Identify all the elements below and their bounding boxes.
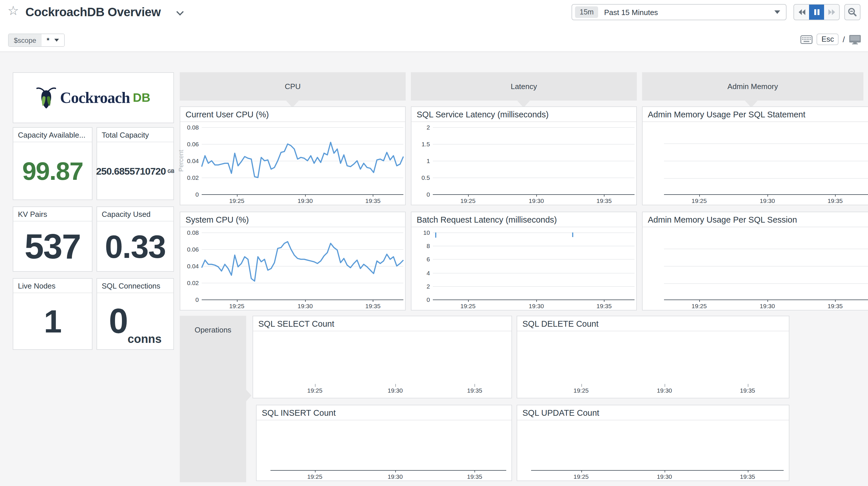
chart-batch-request-latency[interactable]: Batch Request Latency (milliseconds) 108… bbox=[411, 211, 637, 311]
chart-title: Batch Request Latency (milliseconds) bbox=[411, 212, 636, 227]
x-axis-tick-label: 19:30 bbox=[657, 473, 672, 480]
x-axis-tick-mark bbox=[747, 470, 748, 473]
x-axis-line bbox=[531, 470, 784, 471]
y-axis-tick-label: 10 bbox=[423, 229, 430, 236]
group-header-operations[interactable]: Operations bbox=[180, 316, 246, 482]
top-bar: ☆ CockroachDB Overview 15m Past 15 Minut… bbox=[0, 0, 868, 29]
chart-plot-area[interactable]: 19:2519:3019:35 bbox=[664, 232, 868, 299]
fullscreen-monitor-icon[interactable] bbox=[849, 34, 861, 44]
gridline bbox=[664, 249, 868, 249]
y-axis-tick-label: 0.08 bbox=[187, 124, 199, 131]
gridline bbox=[433, 127, 634, 128]
x-axis-tick-label: 19:25 bbox=[691, 303, 707, 309]
x-axis-tick-label: 19:30 bbox=[298, 303, 313, 309]
cockroachdb-logo-card[interactable]: Cockroach DB bbox=[13, 72, 174, 123]
chart-sql-delete-count[interactable]: SQL DELETE Count 19:2519:3019:35 bbox=[517, 316, 789, 398]
fast-forward-button[interactable] bbox=[824, 5, 839, 20]
x-axis-tick-mark bbox=[747, 384, 748, 387]
gridline bbox=[664, 143, 868, 144]
x-axis-tick-label: 19:35 bbox=[467, 387, 482, 394]
stat-card-live-nodes[interactable]: Live Nodes 1 bbox=[13, 278, 92, 350]
chart-plot-area[interactable]: 19:2519:3019:35 bbox=[531, 424, 784, 470]
chart-plot-area[interactable]: 19:2519:3019:35 bbox=[664, 127, 868, 194]
time-range-label: Past 15 Minutes bbox=[604, 8, 774, 17]
x-axis-tick-mark bbox=[536, 194, 537, 197]
gridline bbox=[664, 283, 868, 284]
gridline bbox=[433, 177, 634, 178]
favorite-star-icon[interactable]: ☆ bbox=[7, 5, 19, 17]
chart-title: SQL Service Latency (milliseconds) bbox=[411, 107, 636, 122]
gridline bbox=[433, 161, 634, 161]
group-header-latency[interactable]: Latency bbox=[411, 72, 637, 101]
x-axis-tick-mark bbox=[768, 194, 768, 197]
stat-card-kv-pairs[interactable]: KV Pairs 537 bbox=[13, 206, 92, 272]
y-axis-tick-label: 0 bbox=[427, 296, 430, 303]
x-axis-tick-label: 19:35 bbox=[740, 473, 755, 480]
group-title: Operations bbox=[180, 325, 246, 334]
stat-card-capacity-available[interactable]: Capacity Available... 99.87 bbox=[13, 127, 92, 200]
pause-icon bbox=[813, 9, 820, 16]
stat-card-sql-connections[interactable]: SQL Connections 0 conns bbox=[96, 278, 174, 350]
gridline bbox=[664, 266, 868, 266]
x-axis-tick-mark bbox=[237, 299, 237, 302]
chart-current-user-cpu[interactable]: Current User CPU (%) 0.080.060.040.02019… bbox=[180, 106, 406, 205]
x-axis-tick-mark bbox=[699, 299, 700, 302]
y-axis-tick-label: 0.02 bbox=[187, 174, 199, 181]
y-axis-tick-label: 6 bbox=[427, 256, 430, 263]
x-axis-tick-mark bbox=[835, 194, 836, 197]
x-axis-tick-label: 19:30 bbox=[657, 387, 672, 394]
chart-admin-memory-per-sql-statement[interactable]: Admin Memory Usage Per SQL Statement 19:… bbox=[642, 106, 868, 205]
chart-admin-memory-per-sql-session[interactable]: Admin Memory Usage Per SQL Session 19:25… bbox=[642, 211, 868, 311]
gridline bbox=[433, 273, 634, 273]
group-header-cpu[interactable]: CPU bbox=[180, 72, 406, 101]
brand-wordmark: Cockroach bbox=[60, 89, 130, 107]
playback-controls bbox=[794, 4, 840, 20]
scope-variable-selector[interactable]: $scope * bbox=[8, 33, 65, 47]
x-axis-tick-label: 19:25 bbox=[460, 197, 475, 204]
scope-variable-value[interactable]: * bbox=[41, 34, 64, 46]
time-range-picker[interactable]: 15m Past 15 Minutes bbox=[571, 4, 786, 20]
x-axis-tick-label: 19:30 bbox=[298, 197, 313, 204]
chart-title: Admin Memory Usage Per SQL Session bbox=[643, 212, 868, 227]
chart-plot-area[interactable]: 19:2519:3019:35 bbox=[531, 335, 784, 384]
x-axis-tick-mark bbox=[395, 470, 396, 473]
x-axis-tick-label: 19:25 bbox=[691, 197, 707, 204]
group-header-admin-memory[interactable]: Admin Memory bbox=[642, 72, 863, 101]
x-axis-tick-label: 19:35 bbox=[467, 473, 482, 480]
x-axis-tick-mark bbox=[581, 384, 582, 387]
rewind-button[interactable] bbox=[794, 5, 809, 20]
chart-plot-area[interactable]: 108642019:2519:3019:35 bbox=[433, 232, 634, 299]
title-chevron-down-icon[interactable] bbox=[176, 8, 184, 15]
y-axis-tick-label: 0 bbox=[195, 296, 199, 303]
chart-system-cpu[interactable]: System CPU (%) 0.080.060.040.02019:2519:… bbox=[180, 211, 406, 311]
x-axis-line bbox=[664, 299, 868, 300]
chart-sql-select-count[interactable]: SQL SELECT Count 19:2519:3019:35 bbox=[252, 316, 512, 398]
gridline bbox=[433, 144, 634, 145]
x-axis-tick-label: 19:25 bbox=[574, 473, 589, 480]
x-axis-tick-mark bbox=[604, 194, 605, 197]
chart-plot-area[interactable]: 0.080.060.040.02019:2519:3019:35 bbox=[202, 232, 403, 299]
keyboard-shortcut-hint: Esc / bbox=[801, 33, 861, 45]
timeseries-line bbox=[202, 232, 403, 299]
zoom-out-button[interactable] bbox=[844, 4, 861, 20]
stat-card-capacity-used[interactable]: Capacity Used 0.33 bbox=[96, 206, 174, 272]
x-axis-tick-mark bbox=[305, 194, 306, 197]
y-axis-tick-label: 0 bbox=[195, 191, 199, 198]
chart-sql-update-count[interactable]: SQL UPDATE Count 19:2519:3019:35 bbox=[517, 405, 789, 481]
chart-sql-insert-count[interactable]: SQL INSERT Count 19:2519:3019:35 bbox=[256, 405, 512, 481]
stat-card-total-capacity[interactable]: Total Capacity 250.6855710720 GB bbox=[96, 127, 174, 200]
scope-value-text: * bbox=[46, 36, 49, 44]
chart-plot-area[interactable]: 21.510.5019:2519:3019:35 bbox=[433, 127, 634, 194]
chart-plot-area[interactable]: 19:2519:3019:35 bbox=[271, 424, 506, 470]
chart-title: SQL SELECT Count bbox=[253, 316, 512, 331]
pause-button[interactable] bbox=[809, 5, 824, 20]
stat-value: 1 bbox=[44, 305, 61, 338]
x-axis-tick-mark bbox=[604, 299, 605, 302]
stat-unit: conns bbox=[127, 333, 161, 346]
stat-title: SQL Connections bbox=[97, 279, 174, 293]
y-axis-tick-label: 0.5 bbox=[422, 174, 430, 181]
chart-plot-area[interactable]: 0.080.060.040.02019:2519:3019:35Percent bbox=[202, 127, 403, 194]
chart-plot-area[interactable]: 19:2519:3019:35 bbox=[267, 335, 506, 384]
chart-sql-service-latency[interactable]: SQL Service Latency (milliseconds) 21.51… bbox=[411, 106, 637, 205]
time-range-caret-icon bbox=[774, 10, 780, 14]
